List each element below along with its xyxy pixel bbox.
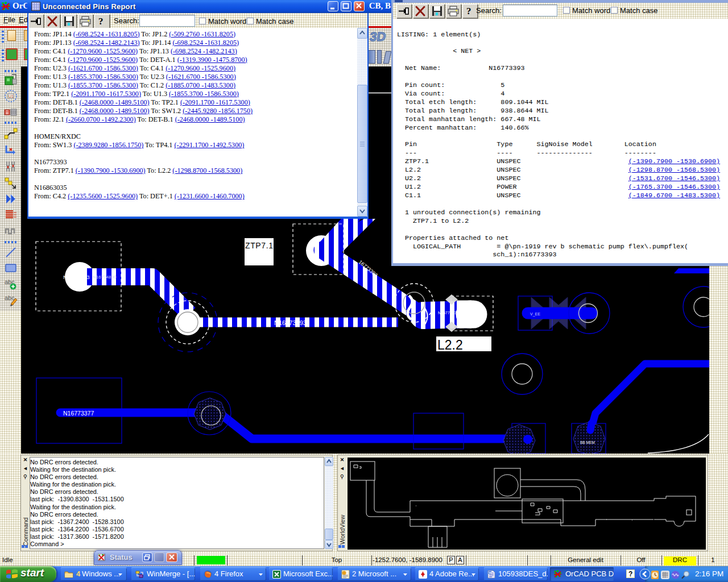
svg-text:U1: U1	[9, 94, 14, 98]
svg-text:N16773377: N16773377	[438, 311, 458, 315]
svg-text:N16773377: N16773377	[63, 410, 94, 417]
svg-text:N16774890: N16774890	[93, 275, 117, 280]
svg-text:BB MEM: BB MEM	[580, 440, 595, 444]
svg-text:ZTP7.1: ZTP7.1	[245, 241, 273, 250]
svg-text:L2.2: L2.2	[437, 338, 463, 352]
svg-text:?: ?	[466, 6, 471, 16]
svg-text:abc: abc	[5, 294, 15, 301]
svg-text:N16773393: N16773393	[274, 319, 307, 326]
svg-text:V_EE: V_EE	[530, 312, 540, 317]
svg-text:N16773393: N16773393	[63, 275, 90, 280]
svg-text:?: ?	[98, 16, 104, 27]
svg-text:W: W	[489, 571, 493, 575]
